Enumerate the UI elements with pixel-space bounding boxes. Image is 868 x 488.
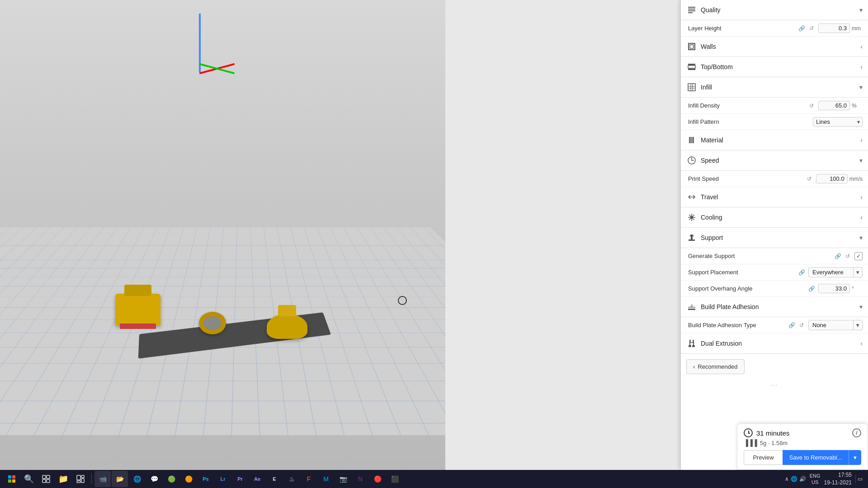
section-dual-extrusion[interactable]: Dual Extrusion ‹ xyxy=(681,333,868,354)
svg-rect-5 xyxy=(690,45,693,48)
svg-rect-3 xyxy=(688,12,693,13)
taskbar-app-steam[interactable]: ♨ xyxy=(283,471,300,487)
travel-title: Travel xyxy=(701,193,860,201)
show-desktop-icon[interactable]: ▭ xyxy=(855,475,864,483)
network-icon[interactable]: 🌐 xyxy=(791,476,797,482)
svg-rect-9 xyxy=(688,84,695,91)
svg-rect-36 xyxy=(12,475,15,479)
taskbar-app-maya[interactable]: M xyxy=(318,471,334,487)
svg-rect-28 xyxy=(688,309,695,310)
svg-rect-46 xyxy=(77,481,80,483)
3d-object-3[interactable] xyxy=(267,314,307,339)
recommended-button[interactable]: ‹ Recommended xyxy=(686,359,745,374)
taskbar-app-whatsapp[interactable]: 💬 xyxy=(146,471,162,487)
layer-height-value[interactable] xyxy=(818,23,850,33)
preview-button[interactable]: Preview xyxy=(744,450,783,465)
generate-support-checkbox[interactable]: ✓ xyxy=(854,252,863,260)
link-icon-layer[interactable]: 🔗 xyxy=(797,24,806,33)
param-infill-density: Infill Density ↺ % xyxy=(681,98,868,114)
section-support[interactable]: Support ▾ xyxy=(681,228,868,248)
taskbar-app-onenote[interactable]: N xyxy=(352,471,368,487)
cooling-title: Cooling xyxy=(701,214,860,221)
svg-rect-44 xyxy=(81,475,84,478)
info-icon[interactable]: i xyxy=(852,428,861,437)
taskbar-app-fusion[interactable]: F xyxy=(301,471,317,487)
support-overhang-value[interactable] xyxy=(818,284,850,293)
taskbar-app-dark[interactable]: ⬛ xyxy=(387,471,403,487)
taskbar-app-zoom[interactable]: 📹 xyxy=(94,471,111,487)
reset-icon-layer[interactable]: ↺ xyxy=(807,24,816,33)
support-overhang-input: ° xyxy=(818,284,863,293)
reset-icon-print-speed[interactable]: ↺ xyxy=(805,175,813,183)
link-icon-support-placement[interactable]: 🔗 xyxy=(797,268,806,277)
top-bottom-icon xyxy=(686,61,697,72)
section-travel[interactable]: Travel ‹ xyxy=(681,187,868,207)
taskbar-app-lr[interactable]: Lr xyxy=(215,471,231,487)
section-cooling[interactable]: Cooling ‹ xyxy=(681,207,868,228)
taskbar-start[interactable] xyxy=(4,471,20,487)
taskbar-sep1 xyxy=(91,474,92,484)
infill-density-value[interactable] xyxy=(818,101,850,110)
infill-pattern-select[interactable]: Lines Grid Triangles Gyroid xyxy=(813,117,863,127)
speed-title: Speed xyxy=(701,157,859,164)
print-speed-value[interactable] xyxy=(816,174,848,183)
dots-icon[interactable]: ··· xyxy=(771,381,778,388)
3d-object-2[interactable] xyxy=(199,312,226,334)
section-speed[interactable]: Speed ▾ xyxy=(681,150,868,171)
taskbar-clock[interactable]: 17:55 19-11-2021 xyxy=(824,471,852,487)
svg-rect-42 xyxy=(47,479,50,483)
adhesion-type-arrow[interactable]: ▾ xyxy=(853,320,862,330)
reset-icon-infill-density[interactable]: ↺ xyxy=(807,102,816,110)
link-icon-gen-support[interactable]: 🔗 xyxy=(834,252,842,260)
section-walls[interactable]: Walls ‹ xyxy=(681,37,868,57)
chevron-icon[interactable]: ∧ xyxy=(785,476,789,482)
taskbar: 🔍 📁 📹 📂 🌐 💬 🟢 🟠 Ps Lr Pr Ae E ♨ F M 📷 N … xyxy=(0,470,868,488)
reset-icon-gen-support[interactable]: ↺ xyxy=(844,252,852,260)
speaker-icon[interactable]: 🔊 xyxy=(799,476,806,482)
section-build-plate[interactable]: Build Plate Adhesion ▾ xyxy=(681,297,868,317)
section-material[interactable]: Material ‹ xyxy=(681,130,868,150)
3d-object-1[interactable] xyxy=(115,294,160,325)
support-placement-dropdown[interactable]: Everywhere ▾ xyxy=(808,267,863,277)
taskbar-task-view[interactable] xyxy=(38,471,54,487)
link-icon-adhesion[interactable]: 🔗 xyxy=(788,321,796,329)
dual-extrusion-title: Dual Extrusion xyxy=(701,340,860,347)
viewport[interactable] xyxy=(0,0,445,488)
taskbar-app-epic[interactable]: E xyxy=(266,471,283,487)
taskbar-app-orange[interactable]: 🟠 xyxy=(180,471,197,487)
taskbar-search[interactable]: 🔍 xyxy=(21,471,37,487)
taskbar-app-chrome[interactable]: 🟢 xyxy=(163,471,179,487)
generate-support-label: Generate Support xyxy=(688,253,834,259)
save-button[interactable]: Save to Removabl... xyxy=(783,450,849,465)
infill-density-label: Infill Density xyxy=(688,102,807,109)
reset-icon-adhesion[interactable]: ↺ xyxy=(797,321,806,329)
section-top-bottom[interactable]: Top/Bottom ‹ xyxy=(681,57,868,77)
section-infill[interactable]: Infill ▾ xyxy=(681,77,868,98)
taskbar-app-pr[interactable]: Pr xyxy=(232,471,248,487)
locale-label: ENGUS xyxy=(810,473,821,486)
support-placement-arrow[interactable]: ▾ xyxy=(853,267,862,277)
taskbar-app-ps[interactable]: Ps xyxy=(198,471,214,487)
more-options[interactable]: ··· xyxy=(681,380,868,390)
adhesion-type-dropdown[interactable]: None ▾ xyxy=(808,320,863,330)
taskbar-app-instagram[interactable]: 📷 xyxy=(335,471,351,487)
axis-indicator xyxy=(172,14,226,86)
link-icon-overhang[interactable]: 🔗 xyxy=(807,285,816,293)
sys-tray: ∧ 🌐 🔊 xyxy=(785,476,806,482)
taskbar-app-explorer[interactable]: 📂 xyxy=(112,471,128,487)
taskbar-file-explorer[interactable]: 📁 xyxy=(55,471,71,487)
support-arrow: ▾ xyxy=(859,234,863,241)
svg-rect-14 xyxy=(689,137,690,143)
taskbar-widgets[interactable] xyxy=(72,471,89,487)
taskbar-app-ae[interactable]: Ae xyxy=(249,471,265,487)
svg-rect-31 xyxy=(689,345,691,347)
section-quality[interactable]: Quality ▾ xyxy=(681,0,868,20)
taskbar-app-edge[interactable]: 🌐 xyxy=(129,471,145,487)
walls-icon xyxy=(686,41,697,52)
infill-density-icons: ↺ xyxy=(807,102,816,110)
time-value: 31 minutes xyxy=(756,429,789,437)
save-dropdown-button[interactable]: ▾ xyxy=(849,450,861,465)
svg-rect-30 xyxy=(691,305,693,307)
layer-height-unit: mm xyxy=(852,25,863,32)
taskbar-app-red[interactable]: 🔴 xyxy=(369,471,386,487)
